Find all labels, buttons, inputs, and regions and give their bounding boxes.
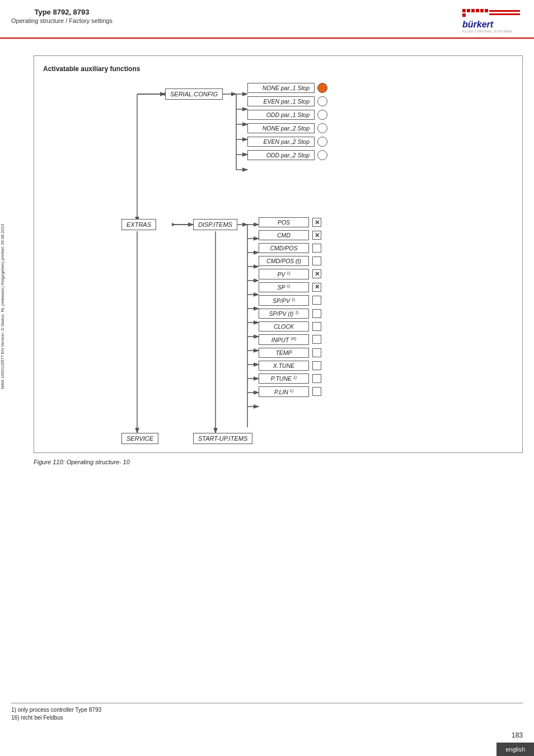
page-subtitle: Operating structure / Factory settings [11, 17, 113, 24]
svg-rect-5 [480, 9, 484, 12]
sc-option-indicator-1 [317, 96, 327, 106]
disp-checkbox-sp [312, 283, 321, 292]
disp-option-row-sppvt: SP/PV (t) 1) [259, 309, 321, 319]
page-header: Type 8792, 8793 Operating structure / Fa… [0, 0, 534, 39]
disp-option-box-ptune: P.TUNE 1) [259, 374, 309, 384]
language-badge: english [496, 743, 534, 756]
disp-checkbox-plin [312, 387, 321, 396]
sc-option-indicator-3 [317, 123, 327, 133]
burkert-logo: bürkert FLUID CONTROL SYSTEMS [461, 8, 523, 33]
disp-option-box-cmd: CMD [259, 230, 309, 240]
disp-option-box-sppvt: SP/PV (t) 1) [259, 309, 309, 319]
sc-option-row-2: ODD par.,1 Stop [247, 110, 327, 120]
footnotes: 1) only process controller Type 8793 16)… [11, 703, 523, 722]
sc-option-indicator-0 [317, 83, 327, 93]
serial-config-box: SERIAL.CONFIG [165, 88, 223, 100]
sc-option-box-4: EVEN par.,2 Stop [247, 137, 315, 147]
sc-option-box-0: NONE par.,1 Stop [247, 83, 315, 93]
disp-option-row-pos: POS [259, 217, 321, 227]
svg-rect-0 [462, 9, 466, 12]
disp-option-row-pv: PV 1) [259, 269, 321, 279]
svg-text:bürkert: bürkert [462, 20, 494, 29]
startup-node: START-UP.ITEMS [193, 433, 252, 444]
disp-option-row-ptune: P.TUNE 1) [259, 374, 321, 384]
disp-option-box-xtune: X.TUNE [259, 361, 309, 371]
sc-option-box-1: EVEN par.,1 Stop [247, 96, 315, 106]
disp-option-box-pv: PV 1) [259, 269, 309, 279]
disp-checkbox-pos [312, 218, 321, 227]
footnote-1: 1) only process controller Type 8793 [11, 707, 523, 713]
sc-option-indicator-4 [317, 137, 327, 147]
figure-caption: Figure 110: Operating structure- 10 [34, 459, 523, 465]
disp-option-box-cmdpos: CMD/POS [259, 243, 309, 253]
startup-box: START-UP.ITEMS [193, 433, 252, 444]
sc-option-row-3: NONE par.,2 Stop [247, 123, 327, 133]
extras-box: EXTRAS [121, 219, 156, 230]
svg-rect-4 [476, 9, 479, 12]
sc-option-indicator-2 [317, 110, 327, 120]
disp-checkbox-sppv [312, 296, 321, 305]
service-box: SERVICE [121, 433, 158, 444]
page-number: 183 [512, 731, 523, 739]
extras-node: EXTRAS [121, 219, 156, 230]
disp-option-row-sp: SP 1) [259, 282, 321, 293]
service-node: SERVICE [121, 433, 158, 444]
disp-option-box-temp: TEMP [259, 348, 309, 358]
disp-option-box-sppv: SP/PV 1) [259, 295, 309, 306]
header-left: Type 8792, 8793 Operating structure / Fa… [11, 8, 113, 24]
svg-rect-7 [489, 10, 520, 12]
sc-option-row-5: ODD par.,2 Stop [247, 150, 327, 160]
disp-checkbox-cmd [312, 231, 321, 240]
svg-rect-1 [467, 9, 470, 12]
disp-option-box-clock: CLOCK [259, 321, 309, 332]
disp-checkbox-ptune [312, 374, 321, 383]
disp-checkbox-clock [312, 322, 321, 331]
disp-checkbox-cmdpos [312, 244, 321, 253]
disp-option-row-input: INPUT 16) [259, 334, 321, 345]
main-content: Activatable auxiliary functions [0, 39, 534, 465]
svg-marker-29 [172, 223, 176, 226]
diagram-title: Activatable auxiliary functions [43, 65, 513, 73]
logo-area: bürkert FLUID CONTROL SYSTEMS [461, 8, 523, 33]
disp-option-row-cmdpost: CMD/POS (t) [259, 256, 321, 266]
disp-items-box: DISP.ITEMS [193, 219, 237, 230]
disp-option-row-xtune: X.TUNE [259, 361, 321, 371]
disp-option-box-plin: P.LIN 1) [259, 386, 309, 397]
svg-marker-18 [161, 92, 165, 96]
disp-option-box-cmdpost: CMD/POS (t) [259, 256, 309, 266]
disp-checkbox-temp [312, 348, 321, 357]
disp-option-row-temp: TEMP [259, 348, 321, 358]
sc-options-list: NONE par.,1 Stop EVEN par.,1 Stop ODD pa… [247, 83, 327, 164]
disp-option-box-sp: SP 1) [259, 282, 309, 293]
page-title: Type 8792, 8793 [11, 8, 113, 16]
disp-checkbox-pv [312, 269, 321, 278]
svg-rect-3 [462, 13, 466, 17]
diagram-box: Activatable auxiliary functions [34, 55, 523, 453]
footnote-16: 16) nicht bei Feldbus [11, 715, 523, 721]
svg-rect-2 [471, 9, 475, 12]
svg-rect-8 [489, 13, 520, 15]
disp-option-row-cmd: CMD [259, 230, 321, 240]
disp-options-list: POS CMD CMD/POS CMD/POS (t) [259, 217, 321, 400]
sc-option-row-4: EVEN par.,2 Stop [247, 137, 327, 147]
flow-diagram: SERIAL.CONFIG NONE par.,1 Stop EVEN par.… [43, 83, 513, 441]
svg-rect-6 [485, 9, 488, 12]
disp-checkbox-xtune [312, 361, 321, 370]
disp-items-node: DISP.ITEMS [193, 219, 237, 230]
sc-option-box-5: ODD par.,2 Stop [247, 150, 315, 160]
sc-option-box-2: ODD par.,1 Stop [247, 110, 315, 120]
disp-option-row-sppv: SP/PV 1) [259, 295, 321, 306]
disp-option-row-clock: CLOCK [259, 321, 321, 332]
sc-option-indicator-5 [317, 150, 327, 160]
disp-checkbox-sppvt [312, 309, 321, 318]
svg-text:FLUID CONTROL SYSTEMS: FLUID CONTROL SYSTEMS [462, 30, 512, 33]
disp-checkbox-input [312, 335, 321, 344]
disp-option-box-input: INPUT 16) [259, 334, 309, 345]
sc-option-row-0: NONE par.,1 Stop [247, 83, 327, 93]
disp-option-box-pos: POS [259, 217, 309, 227]
disp-checkbox-cmdpost [312, 256, 321, 265]
disp-option-row-plin: P.LIN 1) [259, 386, 321, 397]
disp-option-row-cmdpos: CMD/POS [259, 243, 321, 253]
serial-config-node: SERIAL.CONFIG [165, 88, 223, 100]
sc-option-row-1: EVEN par.,1 Stop [247, 96, 327, 106]
